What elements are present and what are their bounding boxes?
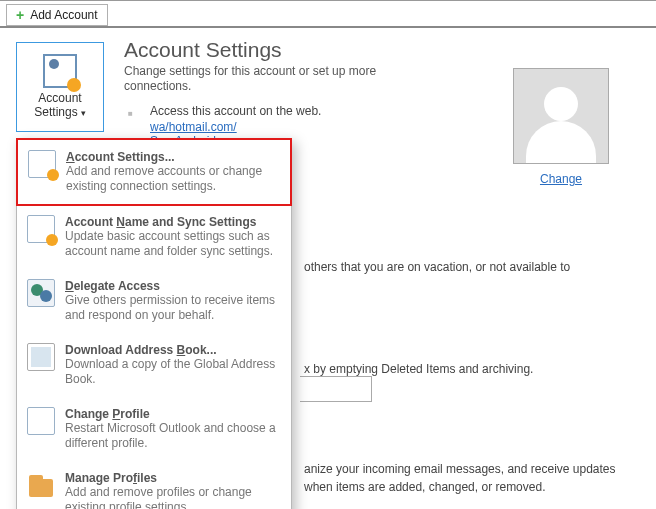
menu-account-name-sync[interactable]: Account Name and Sync Settings Update ba… bbox=[17, 205, 291, 269]
menu-item-title: Account Name and Sync Settings bbox=[65, 215, 281, 229]
menu-item-title: Account Settings... bbox=[66, 150, 280, 164]
account-avatar bbox=[513, 68, 609, 164]
menu-item-desc: Add and remove accounts or change existi… bbox=[66, 164, 280, 194]
section-title: Account Settings bbox=[124, 38, 656, 62]
menu-item-title: Change Profile bbox=[65, 407, 281, 421]
manage-profiles-icon bbox=[27, 471, 55, 499]
menu-item-desc: Restart Microsoft Outlook and choose a d… bbox=[65, 421, 281, 451]
menu-item-desc: Add and remove profiles or change existi… bbox=[65, 485, 281, 509]
account-settings-icon bbox=[28, 150, 56, 178]
menu-account-settings[interactable]: Account Settings... Add and remove accou… bbox=[16, 138, 292, 206]
add-account-button[interactable]: + Add Account bbox=[6, 4, 108, 26]
address-book-icon bbox=[27, 343, 55, 371]
chevron-down-icon: ▾ bbox=[81, 108, 86, 118]
plus-icon: + bbox=[16, 7, 24, 23]
account-settings-icon bbox=[43, 54, 77, 88]
menu-item-title: Delegate Access bbox=[65, 279, 281, 293]
menu-delegate-access[interactable]: Delegate Access Give others permission t… bbox=[17, 269, 291, 333]
menu-download-address-book[interactable]: Download Address Book... Download a copy… bbox=[17, 333, 291, 397]
person-silhouette-icon bbox=[526, 83, 596, 163]
change-avatar-link[interactable]: Change bbox=[540, 172, 582, 186]
change-profile-icon bbox=[27, 407, 55, 435]
account-sync-icon bbox=[27, 215, 55, 243]
menu-item-desc: Download a copy of the Global Address Bo… bbox=[65, 357, 281, 387]
add-account-label: Add Account bbox=[30, 8, 97, 22]
auto-reply-fragment: others that you are on vacation, or not … bbox=[304, 258, 570, 276]
menu-change-profile[interactable]: Change Profile Restart Microsoft Outlook… bbox=[17, 397, 291, 461]
menu-item-desc: Update basic account settings such as ac… bbox=[65, 229, 281, 259]
account-settings-tile[interactable]: Account Settings▾ bbox=[16, 42, 104, 132]
hotmail-link[interactable]: wa/hotmail.com/ bbox=[150, 120, 237, 134]
section-subtitle: Change settings for this account or set … bbox=[124, 64, 424, 94]
menu-item-title: Download Address Book... bbox=[65, 343, 281, 357]
menu-item-title: Manage Profiles bbox=[65, 471, 281, 485]
menu-item-desc: Give others permission to receive items … bbox=[65, 293, 281, 323]
account-settings-dropdown: Account Settings... Add and remove accou… bbox=[16, 138, 292, 509]
rules-fragment: anize your incoming email messages, and … bbox=[304, 460, 644, 496]
menu-manage-profiles[interactable]: Manage Profiles Add and remove profiles … bbox=[17, 461, 291, 509]
tile-label: Account Settings▾ bbox=[34, 91, 85, 120]
delegate-access-icon bbox=[27, 279, 55, 307]
mailbox-size-box-fragment bbox=[300, 376, 372, 402]
